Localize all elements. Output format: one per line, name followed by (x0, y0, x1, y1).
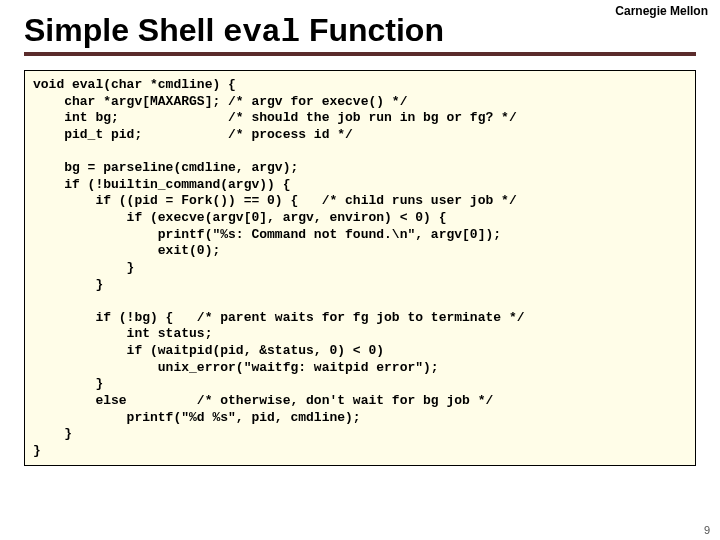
title-prefix: Simple Shell (24, 12, 223, 48)
slide: Carnegie Mellon Simple Shell eval Functi… (0, 0, 720, 540)
slide-title: Simple Shell eval Function (24, 14, 696, 56)
title-code: eval (223, 14, 300, 51)
title-suffix: Function (300, 12, 444, 48)
code-box: void eval(char *cmdline) { char *argv[MA… (24, 70, 696, 466)
page-number: 9 (704, 524, 710, 536)
code-content: void eval(char *cmdline) { char *argv[MA… (33, 77, 687, 459)
